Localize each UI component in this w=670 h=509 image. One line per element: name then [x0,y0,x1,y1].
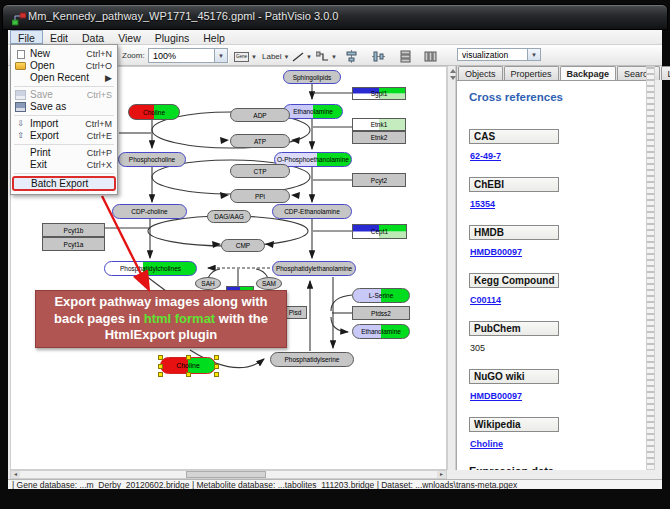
menu-icon-spacer [16,179,27,189]
node-sgpl1[interactable]: Sgpl1 [352,87,406,100]
selection-handle[interactable] [158,355,163,360]
node-label: Ptdss2 [353,307,409,319]
node-label: Ethanolamine [353,325,409,338]
menu-item-label: Print [30,147,83,159]
selection-handle[interactable] [186,355,191,360]
node-label: ADP [231,109,289,121]
node-label: ATP [231,135,289,147]
node-label: Phosphocholine [119,153,185,166]
menu-item-label: Save as [30,101,108,113]
menu-item-label: Import [30,118,81,130]
menu-separator [14,144,114,145]
file-menu-item-save-as[interactable]: Save as [11,101,117,113]
node-cmp[interactable]: CMP [221,239,265,252]
selection-handle[interactable] [158,364,163,369]
node-sam[interactable]: SAM [256,277,282,290]
node-dag-aag[interactable]: DAG/AAG [207,210,251,223]
selection-handle[interactable] [186,372,191,377]
node-phosphatidylserine[interactable]: Phosphatidylserine [270,352,354,367]
node-label: CDP-Ethanolamine [273,205,351,218]
node-sphingolipids[interactable]: Sphingolipids [283,70,341,84]
node-ppi[interactable]: PPi [230,189,290,203]
menu-icon-spacer [15,148,26,158]
menu-item-shortcut: Ctrl+P [87,147,112,159]
save-disk-icon [15,90,26,100]
selection-handle[interactable] [214,372,219,377]
node-label: Ethanolamine [284,105,342,118]
node-label: Phosphatidylserine [271,353,353,366]
menu-item-label: New [30,48,82,60]
node-label: Sgpl1 [353,88,405,99]
save-as-disk-icon [15,102,26,112]
node-label: CDP-choline [113,205,186,218]
menu-item-shortcut: Ctrl+O [86,60,112,72]
new-file-icon [17,50,25,59]
node-cdp-choline[interactable]: CDP-choline [112,204,187,219]
menu-item-label: Open Recent [30,72,101,84]
node-phosphocholine[interactable]: Phosphocholine [118,152,186,167]
node-label: DAG/AAG [208,211,250,222]
callout-text: Export pathway images along with back pa… [44,294,278,345]
file-menu-item-exit[interactable]: ExitCtrl+X [11,159,117,171]
node-cept1[interactable]: Cept1 [352,224,407,239]
menu-item-label: Open [30,60,82,72]
node-etnk1[interactable]: Etnk1 [352,118,406,131]
menu-item-label: Exit [30,159,83,171]
menu-item-shortcut: Ctrl+X [87,159,112,171]
node-pcyt1b[interactable]: Pcyt1b [42,223,105,237]
node-choline-selected[interactable]: Choline [160,357,216,374]
import-arrow-icon: ⇩ [15,119,26,129]
node-label: Pcyt1b [43,224,104,236]
node-sah[interactable]: SAH [195,277,221,290]
node-label: PPi [231,190,289,202]
menu-item-shortcut: Ctrl+E [87,130,112,142]
node-l-serine[interactable]: L-Serine [352,288,410,303]
selection-handle[interactable] [158,372,163,377]
menu-icon-spacer [15,73,26,83]
node-ptdss2[interactable]: Ptdss2 [352,306,410,320]
menu-item-label: Export [30,130,83,142]
file-menu-item-batch-export[interactable]: Batch Export [12,176,116,191]
node-atp[interactable]: ATP [230,134,290,148]
menu-item-shortcut: Ctrl+N [86,48,112,60]
export-arrow-icon: ⇧ [15,131,26,141]
submenu-arrow-icon: ▶ [105,72,112,84]
file-menu-item-new[interactable]: NewCtrl+N [11,48,117,60]
file-menu-item-open-recent[interactable]: Open Recent▶ [11,72,117,84]
node-choline-top[interactable]: Choline [128,104,180,120]
node-label: SAM [257,278,281,289]
node-label: Sphingolipids [284,71,340,83]
callout-text-highlight: html format [144,311,216,326]
node-label: Etnk2 [353,132,405,143]
node-label: Choline [161,358,215,373]
file-menu-item-print[interactable]: PrintCtrl+P [11,147,117,159]
node-label: Pcyt2 [353,174,405,186]
node-etnk2[interactable]: Etnk2 [352,131,406,144]
file-menu-item-save[interactable]: SaveCtrl+S [11,89,117,101]
file-menu-item-export[interactable]: ⇧ExportCtrl+E [11,130,117,142]
menu-item-shortcut: Ctrl+M [85,118,112,130]
node-ethanolamine-top[interactable]: Ethanolamine [283,104,343,119]
node-phosphatidylcholines[interactable]: Phosphatidylcholines [104,261,197,276]
file-menu-item-import[interactable]: ⇩ImportCtrl+M [11,118,117,130]
menu-separator [14,173,114,174]
node-label: Phosphatidylcholines [105,262,196,275]
menu-item-label: Save [30,89,83,101]
node-cdp-ethanolamine[interactable]: CDP-Ethanolamine [272,204,352,219]
menu-separator [14,115,114,116]
node-pcyt2[interactable]: Pcyt2 [352,173,406,187]
node-label: L-Serine [353,289,409,302]
open-folder-icon [15,62,26,70]
selection-handle[interactable] [214,364,219,369]
node-ctp[interactable]: CTP [230,164,290,178]
node-ethanolamine-bottom[interactable]: Ethanolamine [352,324,410,339]
file-menu-item-open[interactable]: OpenCtrl+O [11,60,117,72]
node-adp[interactable]: ADP [230,108,290,122]
node-label: Pcyt1a [43,238,104,250]
menu-item-label: Batch Export [31,178,107,190]
node-phosphatidylethanolamine[interactable]: Phosphatidylethanolamine [272,261,356,276]
node-pcyt1a[interactable]: Pcyt1a [42,237,105,251]
selection-handle[interactable] [214,355,219,360]
menu-icon-spacer [15,160,26,170]
node-label: Choline [129,105,179,119]
